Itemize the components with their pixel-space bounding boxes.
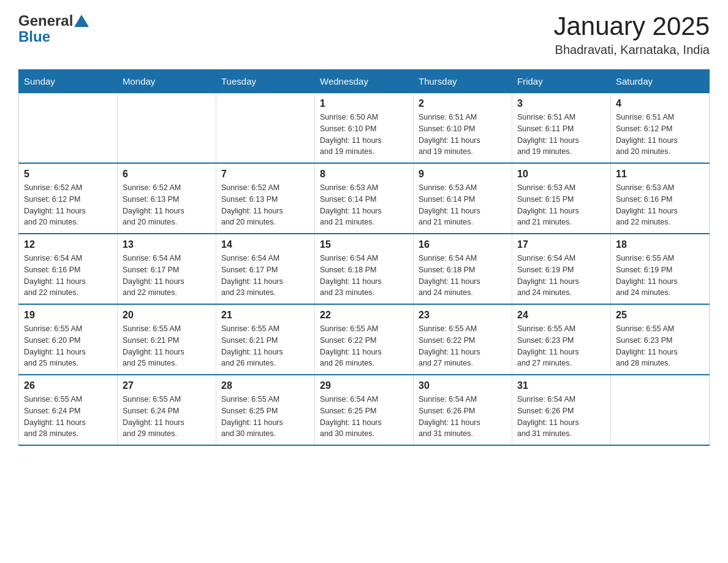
day-number: 8 [320, 169, 408, 180]
day-info: Sunrise: 6:54 AM Sunset: 6:16 PM Dayligh… [24, 253, 112, 299]
day-number: 25 [616, 310, 704, 321]
calendar-cell: 26Sunrise: 6:55 AM Sunset: 6:24 PM Dayli… [19, 375, 118, 445]
day-info: Sunrise: 6:55 AM Sunset: 6:23 PM Dayligh… [517, 323, 605, 369]
month-title: January 2025 [553, 12, 710, 40]
day-info: Sunrise: 6:55 AM Sunset: 6:21 PM Dayligh… [221, 323, 309, 369]
day-info: Sunrise: 6:54 AM Sunset: 6:26 PM Dayligh… [419, 394, 507, 440]
day-number: 24 [517, 310, 605, 321]
logo-triangle-icon [74, 15, 89, 27]
calendar-cell: 12Sunrise: 6:54 AM Sunset: 6:16 PM Dayli… [19, 234, 118, 304]
calendar-header-row: SundayMondayTuesdayWednesdayThursdayFrid… [19, 70, 710, 93]
logo: General Blue [18, 12, 89, 45]
day-number: 28 [221, 380, 309, 391]
calendar-cell: 18Sunrise: 6:55 AM Sunset: 6:19 PM Dayli… [611, 234, 710, 304]
day-number: 1 [320, 98, 408, 109]
day-number: 17 [517, 239, 605, 250]
calendar-cell: 24Sunrise: 6:55 AM Sunset: 6:23 PM Dayli… [512, 304, 611, 375]
day-info: Sunrise: 6:53 AM Sunset: 6:16 PM Dayligh… [616, 182, 704, 228]
day-number: 26 [24, 380, 112, 391]
logo-general-text: General [18, 12, 73, 29]
calendar-cell: 29Sunrise: 6:54 AM Sunset: 6:25 PM Dayli… [315, 375, 414, 445]
calendar-cell: 16Sunrise: 6:54 AM Sunset: 6:18 PM Dayli… [414, 234, 512, 304]
calendar-cell: 21Sunrise: 6:55 AM Sunset: 6:21 PM Dayli… [216, 304, 315, 375]
calendar-week-row: 12Sunrise: 6:54 AM Sunset: 6:16 PM Dayli… [19, 234, 710, 304]
day-number: 10 [517, 169, 605, 180]
day-info: Sunrise: 6:55 AM Sunset: 6:21 PM Dayligh… [123, 323, 211, 369]
calendar-cell: 2Sunrise: 6:51 AM Sunset: 6:10 PM Daylig… [414, 93, 512, 164]
calendar-cell: 15Sunrise: 6:54 AM Sunset: 6:18 PM Dayli… [315, 234, 414, 304]
calendar-cell: 9Sunrise: 6:53 AM Sunset: 6:14 PM Daylig… [414, 163, 512, 234]
day-number: 13 [123, 239, 211, 250]
calendar-cell [611, 375, 710, 445]
title-section: January 2025 Bhadravati, Karnataka, Indi… [553, 12, 710, 57]
calendar-cell: 13Sunrise: 6:54 AM Sunset: 6:17 PM Dayli… [118, 234, 216, 304]
day-number: 29 [320, 380, 408, 391]
weekday-header-sunday: Sunday [19, 70, 118, 93]
day-info: Sunrise: 6:54 AM Sunset: 6:26 PM Dayligh… [517, 394, 605, 440]
calendar-cell: 3Sunrise: 6:51 AM Sunset: 6:11 PM Daylig… [512, 93, 611, 164]
day-info: Sunrise: 6:53 AM Sunset: 6:15 PM Dayligh… [517, 182, 605, 228]
calendar-week-row: 19Sunrise: 6:55 AM Sunset: 6:20 PM Dayli… [19, 304, 710, 375]
day-info: Sunrise: 6:51 AM Sunset: 6:11 PM Dayligh… [517, 112, 605, 158]
calendar-cell: 30Sunrise: 6:54 AM Sunset: 6:26 PM Dayli… [414, 375, 512, 445]
day-number: 12 [24, 239, 112, 250]
day-info: Sunrise: 6:55 AM Sunset: 6:25 PM Dayligh… [221, 394, 309, 440]
day-info: Sunrise: 6:52 AM Sunset: 6:12 PM Dayligh… [24, 182, 112, 228]
day-info: Sunrise: 6:55 AM Sunset: 6:19 PM Dayligh… [616, 253, 704, 299]
calendar-cell: 8Sunrise: 6:53 AM Sunset: 6:14 PM Daylig… [315, 163, 414, 234]
calendar-cell: 19Sunrise: 6:55 AM Sunset: 6:20 PM Dayli… [19, 304, 118, 375]
day-info: Sunrise: 6:50 AM Sunset: 6:10 PM Dayligh… [320, 112, 408, 158]
day-info: Sunrise: 6:54 AM Sunset: 6:17 PM Dayligh… [123, 253, 211, 299]
calendar-cell: 4Sunrise: 6:51 AM Sunset: 6:12 PM Daylig… [611, 93, 710, 164]
day-info: Sunrise: 6:55 AM Sunset: 6:24 PM Dayligh… [24, 394, 112, 440]
calendar-cell: 1Sunrise: 6:50 AM Sunset: 6:10 PM Daylig… [315, 93, 414, 164]
day-info: Sunrise: 6:51 AM Sunset: 6:12 PM Dayligh… [616, 112, 704, 158]
weekday-header-wednesday: Wednesday [315, 70, 414, 93]
day-number: 21 [221, 310, 309, 321]
day-number: 23 [419, 310, 507, 321]
calendar-cell: 25Sunrise: 6:55 AM Sunset: 6:23 PM Dayli… [611, 304, 710, 375]
day-number: 19 [24, 310, 112, 321]
day-info: Sunrise: 6:55 AM Sunset: 6:23 PM Dayligh… [616, 323, 704, 369]
day-number: 4 [616, 98, 704, 109]
day-number: 5 [24, 169, 112, 180]
weekday-header-saturday: Saturday [611, 70, 710, 93]
calendar-cell: 28Sunrise: 6:55 AM Sunset: 6:25 PM Dayli… [216, 375, 315, 445]
svg-marker-0 [74, 15, 89, 27]
calendar-cell: 20Sunrise: 6:55 AM Sunset: 6:21 PM Dayli… [118, 304, 216, 375]
calendar-week-row: 1Sunrise: 6:50 AM Sunset: 6:10 PM Daylig… [19, 93, 710, 164]
calendar-cell [216, 93, 315, 164]
calendar-cell: 27Sunrise: 6:55 AM Sunset: 6:24 PM Dayli… [118, 375, 216, 445]
calendar-week-row: 5Sunrise: 6:52 AM Sunset: 6:12 PM Daylig… [19, 163, 710, 234]
weekday-header-thursday: Thursday [414, 70, 512, 93]
day-info: Sunrise: 6:55 AM Sunset: 6:22 PM Dayligh… [320, 323, 408, 369]
day-number: 3 [517, 98, 605, 109]
day-number: 2 [419, 98, 507, 109]
day-number: 20 [123, 310, 211, 321]
weekday-header-monday: Monday [118, 70, 216, 93]
day-number: 14 [221, 239, 309, 250]
day-number: 22 [320, 310, 408, 321]
calendar-cell: 31Sunrise: 6:54 AM Sunset: 6:26 PM Dayli… [512, 375, 611, 445]
calendar-table: SundayMondayTuesdayWednesdayThursdayFrid… [18, 69, 710, 446]
day-info: Sunrise: 6:51 AM Sunset: 6:10 PM Dayligh… [419, 112, 507, 158]
calendar-cell: 7Sunrise: 6:52 AM Sunset: 6:13 PM Daylig… [216, 163, 315, 234]
day-number: 15 [320, 239, 408, 250]
logo-blue-text: Blue [18, 28, 50, 45]
day-info: Sunrise: 6:54 AM Sunset: 6:18 PM Dayligh… [320, 253, 408, 299]
day-number: 7 [221, 169, 309, 180]
calendar-cell: 10Sunrise: 6:53 AM Sunset: 6:15 PM Dayli… [512, 163, 611, 234]
calendar-cell [118, 93, 216, 164]
day-info: Sunrise: 6:54 AM Sunset: 6:25 PM Dayligh… [320, 394, 408, 440]
day-info: Sunrise: 6:52 AM Sunset: 6:13 PM Dayligh… [123, 182, 211, 228]
calendar-week-row: 26Sunrise: 6:55 AM Sunset: 6:24 PM Dayli… [19, 375, 710, 445]
calendar-cell: 14Sunrise: 6:54 AM Sunset: 6:17 PM Dayli… [216, 234, 315, 304]
day-number: 18 [616, 239, 704, 250]
day-info: Sunrise: 6:55 AM Sunset: 6:24 PM Dayligh… [123, 394, 211, 440]
day-number: 16 [419, 239, 507, 250]
day-number: 27 [123, 380, 211, 391]
calendar-cell: 23Sunrise: 6:55 AM Sunset: 6:22 PM Dayli… [414, 304, 512, 375]
day-info: Sunrise: 6:55 AM Sunset: 6:22 PM Dayligh… [419, 323, 507, 369]
day-info: Sunrise: 6:53 AM Sunset: 6:14 PM Dayligh… [419, 182, 507, 228]
day-info: Sunrise: 6:54 AM Sunset: 6:19 PM Dayligh… [517, 253, 605, 299]
